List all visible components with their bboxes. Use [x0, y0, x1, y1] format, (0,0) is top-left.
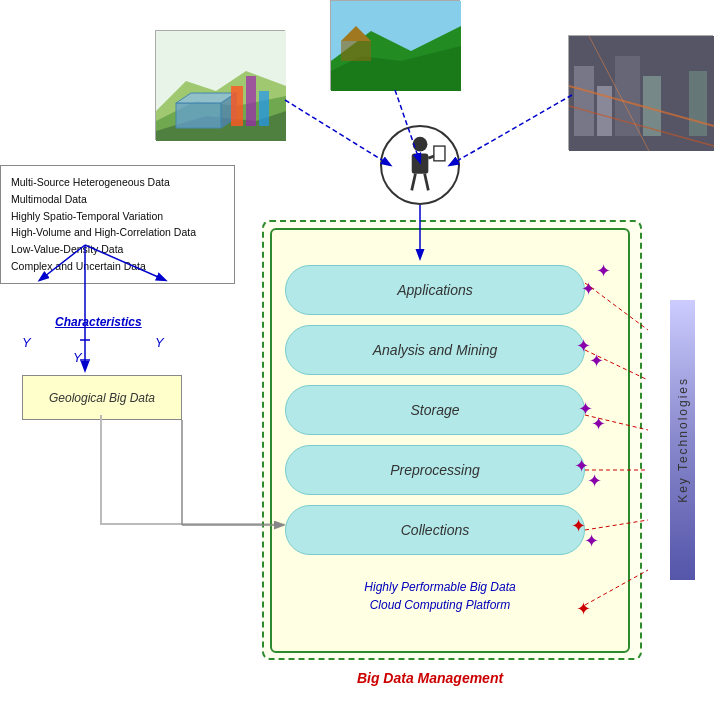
- key-technologies-label: Key Technologies: [676, 377, 690, 503]
- char-line-5: Low-Value-Density Data: [11, 241, 224, 258]
- char-line-6: Complex and Uncertain Data: [11, 258, 224, 275]
- layer-storage: Storage: [285, 385, 585, 435]
- svg-point-25: [412, 137, 427, 152]
- layer-analysis: Analysis and Mining: [285, 325, 585, 375]
- city-image: [568, 35, 713, 150]
- char-line-4: High-Volume and High-Correlation Data: [11, 224, 224, 241]
- gray-path-connector: [100, 415, 285, 525]
- char-line-1: Multi-Source Heterogeneous Data: [11, 174, 224, 191]
- storage-label: Storage: [410, 402, 459, 418]
- char-line-3: Highly Spatio-Temporal Variation: [11, 208, 224, 225]
- svg-rect-4: [176, 103, 221, 128]
- analysis-label: Analysis and Mining: [373, 342, 498, 358]
- svg-rect-20: [664, 51, 686, 136]
- svg-rect-13: [341, 41, 371, 61]
- svg-rect-8: [246, 76, 256, 126]
- svg-rect-7: [231, 86, 243, 126]
- applications-label: Applications: [397, 282, 473, 298]
- star-icon-4: ✦: [589, 350, 604, 372]
- svg-rect-28: [433, 146, 444, 161]
- characteristics-box: Multi-Source Heterogeneous Data Multimod…: [0, 165, 235, 284]
- star-icon-2: ✦: [596, 260, 611, 282]
- cloud-computing-text: Cloud Computing Platform: [340, 598, 540, 612]
- arrow-y-right: Y: [155, 335, 164, 350]
- svg-rect-9: [259, 91, 269, 126]
- person-icon: [380, 125, 460, 205]
- geo-big-data-box: Geological Big Data: [22, 375, 182, 420]
- char-line-2: Multimodal Data: [11, 191, 224, 208]
- geo-image: [155, 30, 285, 140]
- collections-label: Collections: [401, 522, 469, 538]
- geo-big-data-label: Geological Big Data: [49, 391, 155, 405]
- characteristics-label[interactable]: Characteristics: [55, 315, 142, 329]
- layer-collections: Collections: [285, 505, 585, 555]
- highly-performable-text: Highly Performable Big Data: [340, 580, 540, 594]
- arrow-y-mid: Y: [73, 350, 82, 365]
- landscape-image: [330, 0, 460, 90]
- svg-line-30: [424, 174, 428, 191]
- star-icon-8: ✦: [587, 470, 602, 492]
- preprocessing-label: Preprocessing: [390, 462, 480, 478]
- star-red-2: ✦: [576, 598, 591, 620]
- svg-line-29: [411, 174, 415, 191]
- star-icon-1: ✦: [581, 278, 596, 300]
- star-icon-9: ✦: [584, 530, 599, 552]
- svg-rect-21: [689, 71, 707, 136]
- key-technologies-bar: Key Technologies: [670, 300, 695, 580]
- arrow-y-left: Y: [22, 335, 31, 350]
- star-icon-6: ✦: [591, 413, 606, 435]
- big-data-management-label: Big Data Management: [310, 670, 550, 686]
- layer-applications: Applications: [285, 265, 585, 315]
- svg-line-33: [450, 95, 572, 165]
- layer-preprocessing: Preprocessing: [285, 445, 585, 495]
- diagram-container: Multi-Source Heterogeneous Data Multimod…: [0, 0, 723, 708]
- svg-line-31: [285, 100, 390, 165]
- svg-rect-16: [574, 66, 594, 136]
- svg-rect-26: [411, 153, 428, 173]
